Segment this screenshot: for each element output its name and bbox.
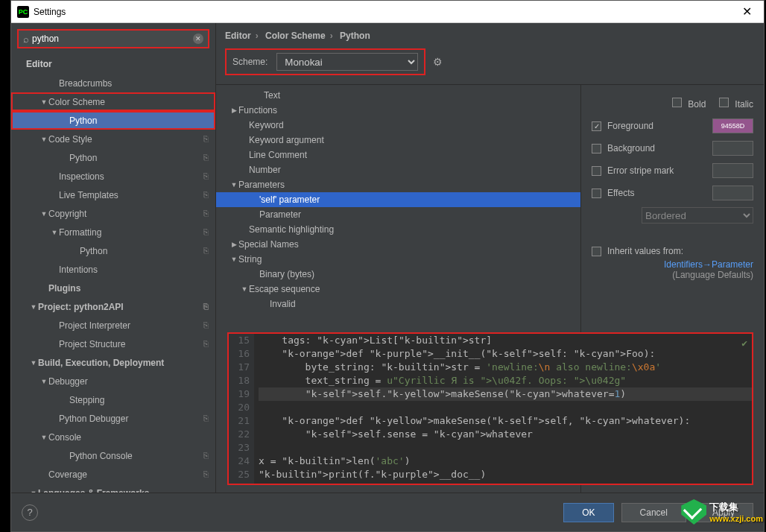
effects-swatch[interactable]: [712, 186, 753, 200]
attr-item[interactable]: Text: [216, 88, 580, 103]
foreground-label: Foreground: [607, 121, 712, 131]
project-config-icon: ⎘: [200, 209, 211, 219]
sidebar-item[interactable]: Project Structure⎘: [11, 335, 215, 353]
dialog-footer: ? OK Cancel Apply: [11, 493, 764, 531]
cancel-button[interactable]: Cancel: [621, 503, 686, 522]
app-icon: PC: [17, 6, 29, 18]
attr-item[interactable]: Number: [216, 162, 580, 177]
sidebar-item[interactable]: ▼Languages & Frameworks⎘: [11, 484, 215, 493]
attr-item[interactable]: ▶Special Names: [216, 237, 580, 252]
scheme-label: Scheme:: [232, 57, 268, 67]
attr-item[interactable]: Keyword argument: [216, 133, 580, 148]
project-config-icon: ⎘: [200, 469, 211, 480]
sidebar-item[interactable]: Inspections⎘: [11, 167, 215, 186]
effects-kind-select[interactable]: Bordered: [642, 207, 753, 224]
project-config-icon: ⎘: [200, 190, 211, 200]
attr-item[interactable]: 'self' parameter: [216, 192, 580, 207]
attr-item[interactable]: ▼Parameters: [216, 177, 580, 192]
sidebar-item[interactable]: Breadcrumbs⎘: [11, 74, 215, 92]
errorstripe-swatch[interactable]: [712, 163, 753, 178]
effects-checkbox[interactable]: [592, 189, 601, 198]
background-swatch[interactable]: [712, 141, 753, 156]
sidebar-item[interactable]: ▼Copyright⎘: [11, 204, 215, 223]
help-button[interactable]: ?: [22, 504, 38, 521]
titlebar: PC Settings ✕: [11, 1, 764, 23]
bold-checkbox[interactable]: [672, 98, 682, 107]
search-icon: ⌕: [23, 34, 29, 45]
sidebar-item[interactable]: Stepping⎘: [11, 390, 215, 409]
project-config-icon: ⎘: [200, 339, 211, 349]
scheme-selector-box: Scheme: Monokai: [225, 48, 425, 75]
ok-button[interactable]: OK: [563, 503, 613, 522]
search-field[interactable]: ⌕ ✕: [17, 29, 209, 48]
sidebar-item[interactable]: ▼Debugger⎘: [11, 372, 215, 390]
project-config-icon: ⎘: [200, 153, 211, 163]
errorstripe-checkbox[interactable]: [592, 166, 601, 176]
sidebar-item[interactable]: ▼Build, Execution, Deployment⎘: [11, 353, 215, 372]
sidebar-item[interactable]: Python⎘: [11, 148, 215, 167]
attr-item[interactable]: Keyword: [216, 118, 580, 133]
apply-button[interactable]: Apply: [694, 503, 753, 522]
project-config-icon: ⎘: [200, 171, 211, 182]
sidebar-item[interactable]: Python⎘: [11, 241, 215, 260]
attr-item[interactable]: Binary (bytes): [216, 267, 580, 282]
project-config-icon: ⎘: [200, 451, 211, 461]
sidebar-item[interactable]: Live Templates⎘: [11, 186, 215, 204]
window-title: Settings: [34, 7, 736, 17]
valid-mark-icon: ✔: [741, 337, 747, 350]
project-config-icon: ⎘: [200, 414, 211, 424]
search-input[interactable]: [32, 34, 193, 44]
foreground-swatch[interactable]: 94558D: [712, 118, 753, 133]
inherit-link[interactable]: Identifiers→Parameter: [592, 259, 753, 270]
project-config-icon: ⎘: [200, 246, 211, 256]
foreground-checkbox[interactable]: [592, 121, 601, 131]
sidebar-item[interactable]: Python Console⎘: [11, 446, 215, 465]
attr-item[interactable]: ▼Escape sequence: [216, 282, 580, 297]
sidebar-item[interactable]: Python Debugger⎘: [11, 409, 215, 428]
scheme-select[interactable]: Monokai: [276, 53, 418, 71]
gear-icon[interactable]: ⚙: [433, 56, 443, 68]
project-config-icon: ⎘: [200, 227, 211, 238]
sidebar-item[interactable]: ▼Project: python2API⎘: [11, 297, 215, 316]
code-preview: ✔ 1516171819202122232425 tags: "k-cyan">…: [227, 332, 753, 485]
sidebar-item[interactable]: ▼Formatting⎘: [11, 223, 215, 241]
clear-search-icon[interactable]: ✕: [193, 34, 203, 44]
inherit-checkbox[interactable]: [592, 247, 601, 256]
project-config-icon: ⎘: [200, 302, 211, 312]
sidebar-item[interactable]: ▼Console⎘: [11, 428, 215, 446]
sidebar-item[interactable]: Coverage⎘: [11, 465, 215, 484]
breadcrumb: Editor› Color Scheme› Python: [216, 23, 764, 45]
inherit-defaults-label: (Language Defaults): [592, 270, 753, 280]
attr-item[interactable]: ▼String: [216, 252, 580, 267]
sidebar-item[interactable]: ▼Color Scheme⎘: [11, 92, 215, 111]
project-config-icon: ⎘: [200, 134, 211, 145]
sidebar-item[interactable]: Python⎘: [11, 111, 215, 130]
attr-item[interactable]: Invalid: [216, 297, 580, 311]
sidebar-item[interactable]: Plugins⎘: [11, 279, 215, 297]
sidebar-item[interactable]: Project Interpreter⎘: [11, 316, 215, 335]
close-icon[interactable]: ✕: [736, 4, 758, 19]
sidebar-item[interactable]: Intentions⎘: [11, 260, 215, 279]
attr-item[interactable]: Parameter: [216, 207, 580, 222]
sidebar-item[interactable]: ▼Code Style⎘: [11, 130, 215, 148]
project-config-icon: ⎘: [200, 320, 211, 331]
attr-item[interactable]: Semantic highlighting: [216, 222, 580, 237]
settings-sidebar: ⌕ ✕ EditorBreadcrumbs⎘▼Color Scheme⎘Pyth…: [11, 23, 216, 493]
attr-item[interactable]: Line Comment: [216, 148, 580, 162]
attr-item[interactable]: ▶Functions: [216, 103, 580, 118]
italic-checkbox[interactable]: [719, 98, 729, 107]
background-checkbox[interactable]: [592, 144, 601, 153]
settings-tree[interactable]: EditorBreadcrumbs⎘▼Color Scheme⎘Python⎘▼…: [11, 54, 215, 493]
